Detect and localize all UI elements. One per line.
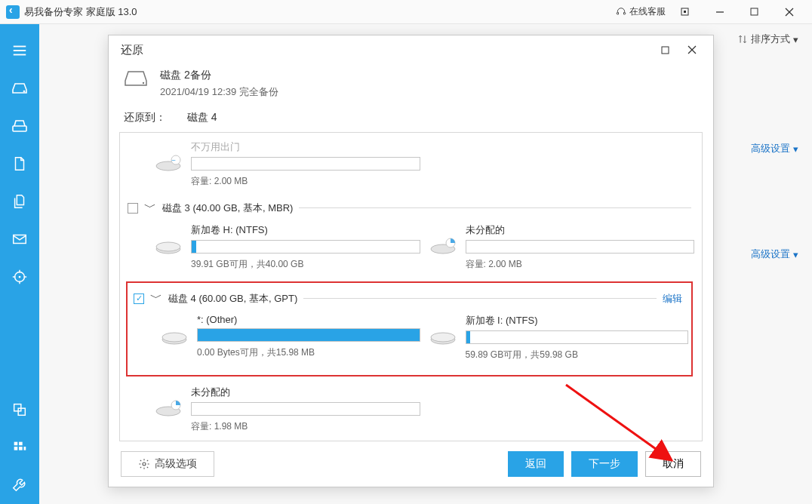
disk-3-label: 磁盘 3 (40.00 GB, 基本, MBR) — [162, 201, 293, 215]
restore-dialog: 还原 磁盘 2备份 2021/04/19 12:39 完全备份 还原到： 磁盘 … — [108, 35, 714, 487]
sort-icon — [737, 34, 748, 45]
disk-4-label: 磁盘 4 (60.00 GB, 基本, GPT) — [168, 292, 297, 306]
disk-4-header[interactable]: ✓ ﹀ 磁盘 4 (60.00 GB, 基本, GPT) 编辑 — [131, 286, 688, 311]
mail-icon — [11, 231, 28, 247]
sidebar-disk-button[interactable] — [0, 69, 39, 107]
app-icon — [6, 5, 20, 19]
drive-icon — [153, 398, 183, 419]
dialog-maximize-button[interactable] — [651, 39, 678, 60]
partition-name: *: (Other) — [197, 314, 420, 325]
headset-icon — [616, 7, 626, 17]
drive-icon — [153, 152, 183, 174]
usage-bar — [191, 402, 420, 416]
svg-rect-21 — [19, 442, 23, 446]
partition-name: 未分配的 — [466, 223, 695, 237]
sidebar-system-button[interactable] — [0, 107, 39, 145]
advanced-settings-link-2[interactable]: 高级设置 ▾ — [751, 247, 798, 261]
edit-link[interactable]: 编辑 — [663, 292, 682, 306]
svg-rect-23 — [19, 447, 23, 450]
square-dot-icon — [681, 8, 689, 16]
backup-subtitle: 2021/04/19 12:39 完全备份 — [160, 85, 278, 99]
partition-name: 新加卷 I: (NTFS) — [466, 314, 689, 327]
sidebar-tools-button[interactable] — [0, 429, 39, 466]
chevron-down-icon: ﹀ — [144, 200, 156, 216]
svg-rect-1 — [684, 11, 686, 13]
dialog-close-button[interactable] — [678, 39, 706, 60]
partition-name: 未分配的 — [191, 386, 420, 399]
disk-3-header[interactable]: ﹀ 磁盘 3 (40.00 GB, 基本, MBR) — [125, 195, 694, 220]
restore-destination-row: 还原到： 磁盘 4 — [109, 111, 713, 132]
dialog-header: 磁盘 2备份 2021/04/19 12:39 完全备份 — [109, 64, 713, 111]
disk-4-checkbox[interactable]: ✓ — [134, 293, 144, 304]
titlebar-extra-button[interactable] — [673, 0, 708, 24]
svg-rect-3 — [751, 8, 758, 15]
partition-stat: 容量: 1.98 MB — [191, 420, 420, 433]
files-icon — [11, 193, 28, 210]
drive-icon — [428, 326, 458, 347]
restore-to-value: 磁盘 4 — [187, 111, 217, 123]
minimize-icon — [715, 8, 724, 17]
close-icon — [687, 45, 697, 54]
svg-point-41 — [143, 463, 146, 466]
sidebar-settings-button[interactable] — [0, 466, 39, 504]
svg-rect-22 — [14, 447, 18, 450]
maximize-icon — [661, 46, 669, 54]
disk-3-checkbox[interactable] — [128, 203, 138, 214]
sidebar-clone-button[interactable] — [0, 391, 39, 429]
dialog-titlebar: 还原 — [109, 35, 713, 64]
svg-rect-10 — [13, 126, 26, 131]
partition-stat: 0.00 Bytes可用，共15.98 MB — [197, 346, 420, 359]
partition-stat: 59.89 GB可用，共59.98 GB — [466, 349, 689, 361]
close-button[interactable] — [777, 0, 812, 24]
minimize-button[interactable] — [708, 0, 743, 24]
advanced-options-button[interactable]: 高级选项 — [121, 451, 214, 477]
advanced-options-label: 高级选项 — [155, 457, 197, 471]
disk-icon — [11, 79, 29, 97]
title-bar: 易我备份专家 家庭版 13.0 在线客服 — [0, 0, 812, 24]
file-icon — [11, 155, 28, 172]
partition-name: 新加卷 H: (NTFS) — [191, 223, 420, 237]
maximize-icon — [750, 8, 758, 16]
partition-stat: 容量: 2.00 MB — [191, 175, 420, 188]
cancel-button[interactable]: 取消 — [645, 451, 701, 477]
drive-icon — [11, 117, 29, 135]
sidebar-mail-button[interactable] — [0, 220, 39, 258]
close-icon — [785, 8, 794, 17]
online-service-label: 在线客服 — [629, 5, 666, 18]
wrench-icon — [11, 477, 28, 493]
svg-point-9 — [23, 91, 25, 92]
back-button[interactable]: 返回 — [508, 451, 564, 477]
sidebar-copy-button[interactable] — [0, 183, 39, 220]
restore-to-label: 还原到： — [124, 111, 166, 123]
selected-disk-highlight: ✓ ﹀ 磁盘 4 (60.00 GB, 基本, GPT) 编辑 *: (Othe… — [126, 281, 693, 376]
online-service-button[interactable]: 在线客服 — [608, 0, 673, 24]
app-title: 易我备份专家 家庭版 13.0 — [24, 5, 137, 19]
partition-stat: 容量: 2.00 MB — [466, 258, 695, 271]
target-icon — [11, 269, 28, 285]
advanced-settings-link-1[interactable]: 高级设置 ▾ — [751, 142, 798, 155]
disk-list[interactable]: 不万用出门 容量: 2.00 MB ﹀ 磁盘 3 (40.00 GB, 基本, … — [119, 132, 703, 441]
dialog-footer: 高级选项 返回 下一步 取消 — [109, 441, 713, 487]
svg-rect-11 — [14, 235, 26, 244]
drive-icon — [159, 326, 189, 347]
sidebar-menu-button[interactable] — [0, 32, 39, 69]
svg-point-13 — [19, 276, 21, 278]
svg-point-28 — [143, 82, 144, 84]
sidebar-file-button[interactable] — [0, 145, 39, 183]
sort-label: 排序方式 — [751, 32, 790, 46]
sidebar-target-button[interactable] — [0, 258, 39, 296]
svg-rect-18 — [14, 404, 21, 411]
maximize-button[interactable] — [743, 0, 777, 24]
usage-bar — [191, 240, 420, 254]
svg-point-32 — [156, 242, 180, 251]
next-button[interactable]: 下一步 — [571, 451, 638, 477]
partition-name: 不万用出门 — [191, 140, 420, 154]
dialog-title: 还原 — [121, 43, 143, 57]
svg-rect-19 — [18, 408, 25, 415]
overlap-icon — [11, 401, 28, 418]
backup-name: 磁盘 2备份 — [160, 69, 278, 82]
sort-button[interactable]: 排序方式 ▾ — [737, 32, 798, 46]
menu-icon — [11, 42, 28, 59]
svg-rect-20 — [14, 442, 18, 446]
usage-bar — [466, 330, 689, 344]
